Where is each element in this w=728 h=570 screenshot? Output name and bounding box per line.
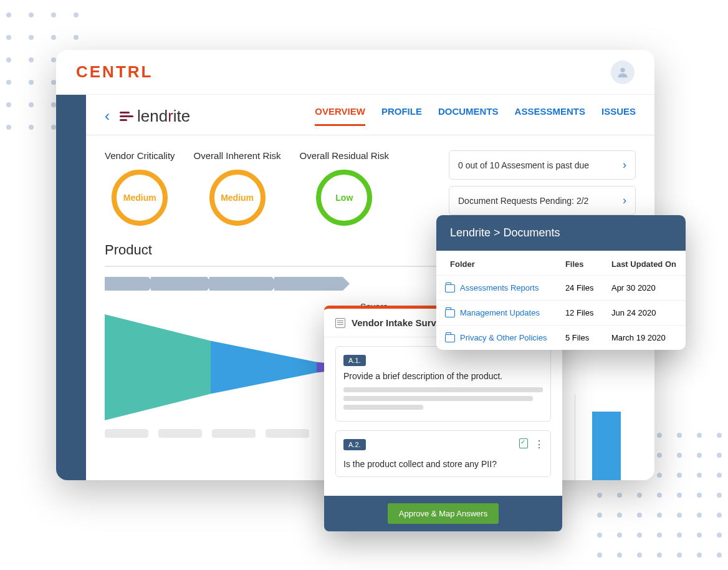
metric-criticality: Vendor Criticality Medium [105, 150, 175, 226]
table-row[interactable]: Assessments Reports 24 Files Apr 30 2020 [436, 276, 686, 301]
documents-table: Folder Files Last Updated On Assessments… [436, 251, 686, 350]
folder-icon [445, 309, 455, 317]
question-tag: A.1. [343, 355, 366, 366]
alerts-list: 0 out of 10 Assesment is past due › Docu… [449, 150, 636, 215]
file-count: 5 Files [557, 326, 603, 350]
alert-assessment-due[interactable]: 0 out of 10 Assesment is past due › [449, 150, 636, 180]
metric-label: Vendor Criticality [105, 150, 175, 161]
folder-icon [445, 284, 455, 292]
svg-point-0 [620, 67, 625, 72]
residual-ring: Low [316, 170, 372, 226]
chevron-right-icon: › [623, 158, 626, 171]
approve-map-button[interactable]: Approve & Map Answers [388, 503, 499, 524]
metric-inherent: Overall Inherent Risk Medium [194, 150, 281, 226]
updated-date: Jun 24 2020 [603, 301, 686, 326]
user-icon [616, 65, 630, 79]
stage-segment [105, 277, 148, 291]
folder-name: Assessments Reports [460, 283, 539, 292]
documents-breadcrumb: Lendrite > Documents [436, 215, 686, 251]
tab-issues[interactable]: ISSUES [601, 106, 636, 126]
stage-segment [274, 277, 343, 291]
folder-name: Privacy & Other Policies [460, 333, 547, 342]
chevron-right-icon: › [623, 194, 626, 207]
criticality-ring: Medium [112, 170, 168, 226]
more-icon[interactable]: ⋮ [534, 438, 543, 450]
question-card-a2: A.2. ⋮ Is the product collect and store … [335, 430, 551, 477]
placeholder [266, 429, 309, 438]
metric-label: Overall Residual Risk [300, 150, 389, 161]
alert-text: Document Requests Pending: 2/2 [458, 196, 588, 206]
survey-footer: Approve & Map Answers [324, 496, 562, 531]
funnel-segment-1 [105, 314, 211, 420]
app-logo: CENTRL [76, 62, 153, 82]
table-row[interactable]: Management Updates 12 Files Jun 24 2020 [436, 301, 686, 326]
user-avatar[interactable] [611, 60, 635, 84]
question-text: Provide a brief description of the produ… [343, 371, 543, 381]
sidebar-strip [56, 95, 86, 480]
form-icon [335, 318, 345, 328]
brand-bars-icon [120, 112, 133, 121]
placeholder [105, 429, 148, 438]
folder-name: Management Updates [460, 308, 540, 317]
alert-doc-requests[interactable]: Document Requests Pending: 2/2 › [449, 186, 636, 215]
tab-assessments[interactable]: ASSESSMENTS [515, 106, 585, 126]
inherent-ring: Medium [209, 170, 266, 226]
file-count: 24 Files [557, 276, 603, 301]
funnel-segment-2 [211, 314, 317, 420]
updated-date: Apr 30 2020 [603, 276, 686, 301]
col-updated: Last Updated On [603, 251, 686, 276]
question-card-a1: A.1. Provide a brief description of the … [335, 346, 551, 422]
stage-segment [151, 277, 207, 291]
metric-label: Overall Inherent Risk [194, 150, 281, 161]
table-row[interactable]: Privacy & Other Policies 5 Files March 1… [436, 326, 686, 350]
tabs: OVERVIEW PROFILE DOCUMENTS ASSESSMENTS I… [315, 106, 636, 126]
col-folder: Folder [436, 251, 557, 276]
criticality-value: Medium [123, 193, 156, 203]
topbar: CENTRL [56, 50, 654, 95]
col-files: Files [557, 251, 603, 276]
vendor-brand: lendrite [120, 107, 190, 126]
survey-title: Vendor Intake Survey [352, 317, 447, 328]
tab-overview[interactable]: OVERVIEW [315, 106, 365, 126]
file-count: 12 Files [557, 301, 603, 326]
placeholder [212, 429, 256, 438]
inherent-value: Medium [221, 193, 254, 203]
question-text: Is the product collect and store any PII… [343, 455, 543, 469]
residual-value: Low [335, 193, 353, 203]
documents-panel: Lendrite > Documents Folder Files Last U… [436, 215, 686, 350]
tab-documents[interactable]: DOCUMENTS [438, 106, 499, 126]
subheader: ‹ lendrite OVERVIEW PROFILE DOCUMENTS AS… [86, 95, 654, 135]
tab-profile[interactable]: PROFILE [381, 106, 422, 126]
placeholder [158, 429, 202, 438]
updated-date: March 19 2020 [603, 326, 686, 350]
question-tag: A.2. [343, 439, 366, 450]
back-button[interactable]: ‹ [105, 107, 110, 125]
bar-chart: Product 1 [575, 394, 637, 480]
folder-icon [445, 334, 455, 342]
checklist-icon[interactable] [519, 438, 528, 448]
alert-text: 0 out of 10 Assesment is past due [458, 160, 589, 170]
stage-segment [209, 277, 272, 291]
metric-residual: Overall Residual Risk Low [300, 150, 389, 226]
answer-placeholder [343, 387, 543, 410]
bar-product-1 [592, 412, 621, 480]
